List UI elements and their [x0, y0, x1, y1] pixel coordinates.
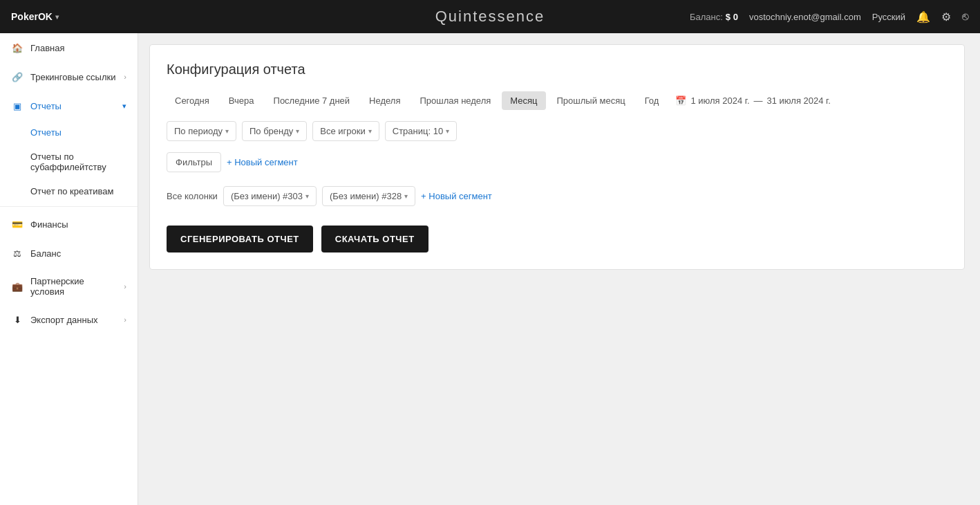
sidebar-item-reports-main[interactable]: Отчеты	[30, 120, 138, 145]
sidebar-item-tracking[interactable]: 🔗 Трекинговые ссылки ›	[0, 62, 138, 91]
export-icon: ⬇	[11, 313, 23, 326]
home-icon: 🏠	[11, 42, 23, 54]
sidebar-item-reports-creatives[interactable]: Отчет по креативам	[30, 179, 138, 203]
sidebar-item-export-label: Экспорт данных	[30, 315, 97, 325]
logout-icon[interactable]: ⎋	[962, 10, 969, 23]
pages-filter-arrow-icon: ▾	[446, 127, 449, 135]
sidebar-item-reports-label: Отчеты	[30, 101, 62, 111]
content-area: Конфигурация отчета Сегодня Вчера Послед…	[138, 33, 980, 505]
filters-button[interactable]: Фильтры	[167, 152, 221, 172]
segment1-dropdown[interactable]: (Без имени) #303 ▾	[223, 186, 317, 206]
tab-last-week[interactable]: Прошлая неделя	[411, 91, 499, 110]
reports-chevron-icon: ▾	[122, 102, 126, 111]
sidebar-item-home[interactable]: 🏠 Главная	[0, 33, 138, 62]
header-right: Баланс: $ 0 vostochniy.enot@gmail.com Ру…	[690, 10, 969, 24]
date-range[interactable]: 📅 1 июля 2024 г. — 31 июля 2024 г.	[675, 95, 830, 106]
sidebar-item-finance-label: Финансы	[30, 219, 68, 230]
reports-icon: ▣	[11, 100, 23, 112]
language-selector[interactable]: Русский	[872, 12, 905, 22]
action-buttons: СГЕНЕРИРОВАТЬ ОТЧЕТ СКАЧАТЬ ОТЧЕТ	[167, 226, 948, 252]
download-report-button[interactable]: СКАЧАТЬ ОТЧЕТ	[321, 226, 428, 252]
notifications-icon[interactable]: 🔔	[916, 10, 930, 24]
report-config-card: Конфигурация отчета Сегодня Вчера Послед…	[149, 44, 965, 270]
partners-chevron-icon: ›	[124, 282, 126, 291]
generate-report-button[interactable]: СГЕНЕРИРОВАТЬ ОТЧЕТ	[167, 226, 313, 252]
brand-filter-dropdown[interactable]: По бренду ▾	[242, 121, 307, 141]
tab-week[interactable]: Неделя	[361, 91, 408, 110]
segment1-label: (Без имени) #303	[231, 191, 303, 201]
sidebar: 🏠 Главная 🔗 Трекинговые ссылки › ▣ Отчет…	[0, 33, 138, 505]
columns-label: Все колонки	[167, 191, 218, 201]
period-tabs-row: Сегодня Вчера Последние 7 дней Неделя Пр…	[167, 91, 948, 110]
sidebar-item-partners-label: Партнерские условия	[30, 276, 117, 297]
sidebar-item-balance[interactable]: ⚖ Баланс	[0, 239, 138, 268]
sidebar-item-export[interactable]: ⬇ Экспорт данных ›	[0, 305, 138, 334]
add-segment-button[interactable]: + Новый сегмент	[421, 191, 492, 201]
sidebar-divider	[0, 206, 138, 207]
tab-year[interactable]: Год	[637, 91, 668, 110]
sidebar-item-home-label: Главная	[30, 43, 64, 53]
filter-dropdowns-row: По периоду ▾ По бренду ▾ Все игроки ▾ Ст…	[167, 121, 948, 141]
finance-icon: 💳	[11, 218, 23, 230]
sidebar-item-balance-label: Баланс	[30, 248, 61, 259]
period-filter-dropdown[interactable]: По периоду ▾	[167, 121, 236, 141]
balance-label: Баланс:	[690, 12, 723, 22]
period-filter-label: По периоду	[174, 126, 223, 136]
segment2-arrow-icon: ▾	[404, 192, 408, 200]
app-title: Quintessence	[435, 8, 545, 26]
brand-chevron: ▾	[55, 13, 59, 21]
pages-filter-dropdown[interactable]: Страниц: 10 ▾	[385, 121, 457, 141]
settings-icon[interactable]: ⚙	[941, 10, 951, 24]
sidebar-item-reports-sub[interactable]: Отчеты по субаффилейтству	[30, 145, 138, 179]
segment2-label: (Без имени) #328	[330, 191, 402, 201]
balance-icon: ⚖	[11, 247, 23, 259]
user-email: vostochniy.enot@gmail.com	[749, 12, 861, 22]
columns-row: Все колонки (Без имени) #303 ▾ (Без имен…	[167, 186, 948, 206]
sidebar-item-finance[interactable]: 💳 Финансы	[0, 210, 138, 239]
new-segment-button[interactable]: + Новый сегмент	[227, 157, 298, 167]
pages-filter-label: Страниц: 10	[393, 126, 443, 136]
tab-today[interactable]: Сегодня	[167, 91, 218, 110]
reports-submenu: Отчеты Отчеты по субаффилейтству Отчет п…	[0, 120, 138, 203]
segment2-dropdown[interactable]: (Без имени) #328 ▾	[322, 186, 415, 206]
sidebar-item-partners[interactable]: 💼 Партнерские условия ›	[0, 268, 138, 305]
link-icon: 🔗	[11, 71, 23, 83]
filters-section: Фильтры + Новый сегмент	[167, 152, 948, 172]
balance-section: Баланс: $ 0	[690, 12, 738, 22]
sidebar-item-reports[interactable]: ▣ Отчеты ▾	[0, 91, 138, 120]
segment1-arrow-icon: ▾	[305, 192, 309, 200]
calendar-icon: 📅	[675, 95, 686, 106]
brand-filter-label: По бренду	[249, 126, 293, 136]
sidebar-item-tracking-label: Трекинговые ссылки	[30, 72, 115, 82]
period-filter-arrow-icon: ▾	[225, 127, 229, 135]
tab-last-month[interactable]: Прошлый месяц	[549, 91, 634, 110]
top-navigation: PokerOK ▾ Quintessence Баланс: $ 0 vosto…	[0, 0, 980, 33]
players-filter-arrow-icon: ▾	[368, 127, 372, 135]
players-filter-dropdown[interactable]: Все игроки ▾	[312, 121, 379, 141]
partners-icon: 💼	[11, 280, 23, 293]
tab-yesterday[interactable]: Вчера	[220, 91, 263, 110]
date-to: 31 июля 2024 г.	[767, 95, 831, 106]
export-chevron-icon: ›	[124, 315, 126, 324]
tracking-chevron-icon: ›	[124, 73, 126, 81]
page-title: Конфигурация отчета	[167, 62, 948, 77]
brand-logo[interactable]: PokerOK ▾	[11, 11, 59, 22]
main-layout: 🏠 Главная 🔗 Трекинговые ссылки › ▣ Отчет…	[0, 33, 980, 505]
brand-name: PokerOK	[11, 11, 53, 22]
date-from: 1 июля 2024 г.	[690, 95, 749, 106]
tab-month[interactable]: Месяц	[502, 91, 545, 110]
players-filter-label: Все игроки	[320, 126, 365, 136]
brand-filter-arrow-icon: ▾	[296, 127, 299, 135]
tab-last7[interactable]: Последние 7 дней	[265, 91, 359, 110]
date-separator: —	[754, 95, 763, 106]
balance-value: $ 0	[726, 12, 738, 22]
